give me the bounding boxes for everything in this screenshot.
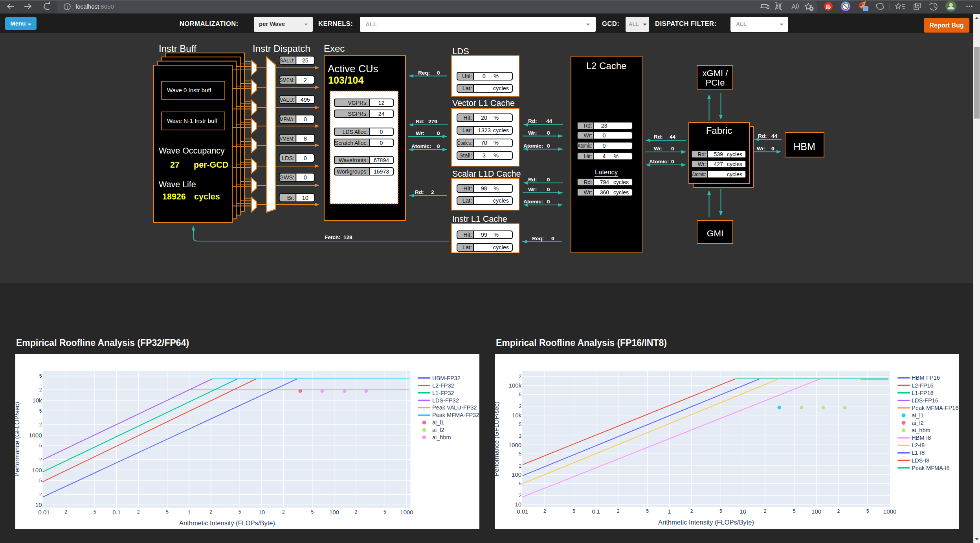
svg-text:2: 2 (209, 509, 212, 515)
svg-text:cycles: cycles (493, 244, 509, 250)
svg-text:0: 0 (304, 155, 307, 161)
svg-text:0: 0 (304, 174, 307, 181)
svg-text:0.1: 0.1 (112, 509, 121, 516)
svg-text:Arithmetic Intensity (FLOPs/By: Arithmetic Intensity (FLOPs/Byte) (658, 519, 754, 526)
svg-text:2: 2 (431, 189, 434, 195)
svg-text:Performance (GFLOP/sec): Performance (GFLOP/sec) (15, 402, 20, 477)
svg-text:VMEM:: VMEM: (280, 135, 295, 142)
svg-text:5: 5 (866, 508, 869, 514)
svg-text:5: 5 (384, 509, 386, 515)
svg-text:LDS-FP16: LDS-FP16 (912, 397, 938, 404)
svg-text:Exec: Exec (324, 43, 345, 54)
svg-text:0: 0 (304, 116, 307, 122)
svg-text:279: 279 (428, 119, 437, 124)
svg-text:103/104: 103/104 (328, 75, 363, 86)
svg-text:LDS Alloc:: LDS Alloc: (342, 129, 368, 135)
svg-text:Wr:: Wr: (528, 186, 537, 192)
svg-text:Fetch:: Fetch: (325, 234, 341, 240)
svg-text:%: % (494, 185, 499, 192)
svg-text:2: 2 (137, 509, 140, 515)
svg-text:0: 0 (671, 146, 674, 152)
svg-text:5: 5 (239, 509, 241, 515)
svg-text:2: 2 (519, 463, 521, 469)
svg-text:1000: 1000 (400, 509, 413, 516)
svg-text:0: 0 (671, 159, 674, 165)
svg-text:MFMA:: MFMA: (280, 116, 295, 122)
svg-text:LDS:: LDS: (282, 155, 294, 161)
svg-text:%: % (494, 140, 499, 146)
svg-text:2: 2 (39, 457, 42, 463)
svg-text:44: 44 (546, 118, 552, 124)
svg-text:Wavefronts:: Wavefronts: (339, 157, 368, 163)
svg-text:5: 5 (39, 408, 42, 414)
svg-text:44: 44 (670, 134, 676, 140)
svg-text:%: % (494, 232, 499, 238)
svg-text:cycles: cycles (727, 161, 742, 167)
svg-text:128: 128 (343, 234, 352, 240)
svg-text:ai_hbm: ai_hbm (912, 427, 930, 433)
svg-text:0.01: 0.01 (38, 509, 50, 516)
svg-text:Peak MFMA-FP16: Peak MFMA-FP16 (912, 405, 958, 411)
svg-text:cycles: cycles (613, 179, 629, 185)
svg-text:%: % (614, 153, 618, 159)
svg-text:ai_l2: ai_l2 (432, 427, 444, 433)
svg-text:Hit:: Hit: (584, 153, 592, 159)
svg-text:Rd:: Rd: (584, 179, 592, 185)
svg-text:per-GCD: per-GCD (194, 160, 228, 170)
svg-text:0: 0 (547, 143, 550, 149)
svg-text:2: 2 (304, 77, 307, 83)
svg-text:Rd:: Rd: (528, 177, 537, 183)
svg-text:Wave Occupancy: Wave Occupancy (159, 146, 225, 155)
svg-text:5: 5 (39, 478, 42, 483)
svg-text:539: 539 (714, 151, 723, 157)
svg-text:2: 2 (543, 508, 546, 514)
svg-text:Atomic:: Atomic: (692, 171, 706, 177)
svg-text:99: 99 (481, 232, 487, 238)
svg-text:23: 23 (601, 122, 607, 129)
svg-text:Atomic:: Atomic: (578, 143, 592, 149)
svg-text:2: 2 (519, 493, 521, 498)
svg-text:0: 0 (603, 132, 606, 139)
svg-text:Lat:: Lat: (462, 85, 472, 91)
svg-text:Atomic:: Atomic: (523, 143, 543, 149)
svg-text:Rd:: Rd: (528, 118, 537, 124)
svg-text:ai_hbm: ai_hbm (432, 434, 451, 441)
svg-text:Rd:: Rd: (584, 122, 592, 129)
svg-text:Lat:: Lat: (462, 244, 472, 250)
svg-text:Wr:: Wr: (584, 132, 592, 139)
svg-text:Wave 0 Instr buff: Wave 0 Instr buff (167, 87, 211, 93)
svg-text:ai_l2: ai_l2 (912, 420, 924, 426)
svg-text:LDS: LDS (452, 46, 469, 56)
svg-text:0: 0 (437, 143, 440, 149)
svg-text:Rd:: Rd: (758, 133, 767, 139)
svg-text:100k: 100k (509, 382, 522, 389)
svg-text:24: 24 (378, 111, 385, 117)
svg-text:0: 0 (603, 143, 606, 149)
svg-text:Wave Life: Wave Life (159, 180, 196, 189)
svg-text:5: 5 (519, 451, 521, 457)
svg-text:3: 3 (483, 152, 486, 159)
svg-text:2: 2 (282, 509, 285, 515)
svg-text:5: 5 (311, 509, 314, 515)
svg-text:1000: 1000 (883, 508, 896, 515)
svg-text:A: A (791, 3, 796, 11)
svg-text:0.01: 0.01 (517, 508, 528, 515)
svg-text:25: 25 (302, 57, 308, 64)
svg-text:44: 44 (771, 133, 778, 139)
svg-text:1000: 1000 (29, 432, 42, 439)
svg-text:Lat:: Lat: (462, 197, 472, 204)
svg-text:Atomic:: Atomic: (649, 159, 669, 165)
svg-text:Rd:: Rd: (654, 134, 663, 140)
svg-text:10: 10 (35, 501, 42, 508)
svg-text:Latency: Latency (595, 168, 618, 176)
svg-text:cycles: cycles (493, 197, 509, 204)
svg-text:2: 2 (355, 509, 358, 515)
svg-text:0: 0 (437, 70, 440, 76)
svg-text:Req:: Req: (418, 70, 430, 76)
svg-text:100: 100 (329, 509, 339, 516)
svg-text:794: 794 (600, 179, 609, 185)
svg-text:2: 2 (39, 387, 42, 393)
svg-text:L1-FP32: L1-FP32 (432, 390, 454, 396)
svg-text:5: 5 (94, 509, 96, 515)
svg-text:2: 2 (764, 508, 767, 514)
